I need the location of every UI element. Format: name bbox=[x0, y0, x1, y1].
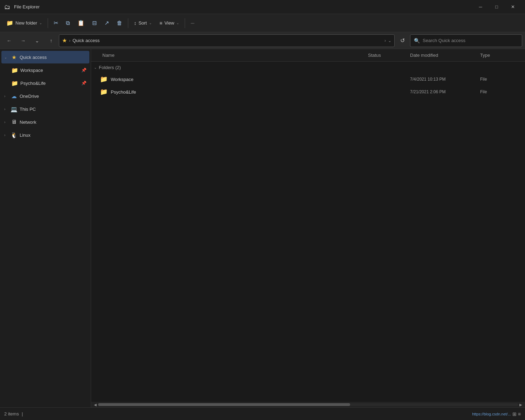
sidebar: ⌄ ★ Quick access 📁 Workspace 📌 📁 Psycho&… bbox=[0, 49, 91, 407]
linux-chevron-icon: › bbox=[4, 133, 8, 137]
sort-label: Sort bbox=[138, 20, 147, 26]
forward-button[interactable]: → bbox=[17, 34, 29, 47]
workspace-file-date: 7/4/2021 10:13 PM bbox=[410, 77, 480, 82]
new-folder-button[interactable]: 📁 New folder ⌄ bbox=[3, 18, 46, 28]
psycho-life-file-name: Psycho&Life bbox=[111, 89, 368, 95]
cut-button[interactable]: ✂ bbox=[50, 18, 62, 28]
toolbar-separator-2 bbox=[128, 18, 128, 28]
this-pc-chevron-icon: › bbox=[4, 107, 8, 111]
quick-access-star-icon: ★ bbox=[11, 54, 18, 61]
onedrive-chevron-icon: › bbox=[4, 94, 8, 98]
column-name[interactable]: Name bbox=[94, 53, 368, 58]
status-bar: 2 items | https://blog.csdn.net/... ⊞ ≡ bbox=[0, 407, 525, 420]
cut-icon: ✂ bbox=[54, 20, 58, 26]
scroll-right-arrow[interactable]: ▶ bbox=[518, 403, 524, 407]
address-separator-1: › bbox=[69, 38, 70, 43]
scroll-left-arrow[interactable]: ◀ bbox=[93, 403, 98, 407]
address-separator-2: › bbox=[384, 38, 386, 43]
status-separator: | bbox=[22, 411, 23, 416]
dropdown-button[interactable]: ⌄ bbox=[31, 34, 43, 47]
main-layout: ⌄ ★ Quick access 📁 Workspace 📌 📁 Psycho&… bbox=[0, 49, 525, 407]
psycho-life-folder-icon: 📁 bbox=[11, 80, 18, 87]
app-icon: 🗂 bbox=[4, 4, 11, 11]
title-bar: 🗂 File Explorer ─ □ ✕ bbox=[0, 0, 525, 14]
close-button[interactable]: ✕ bbox=[505, 0, 521, 14]
workspace-file-type: File bbox=[480, 77, 522, 82]
psycho-life-file-date: 7/21/2021 2:06 PM bbox=[410, 89, 480, 94]
search-icon: 🔍 bbox=[414, 38, 420, 43]
search-bar[interactable]: 🔍 Search Quick access bbox=[410, 34, 522, 47]
column-status[interactable]: Status bbox=[368, 53, 410, 58]
sidebar-label-quick-access: Quick access bbox=[20, 55, 87, 60]
paste-icon: 📋 bbox=[77, 20, 84, 26]
item-count: 2 items bbox=[4, 411, 19, 416]
new-folder-icon: 📁 bbox=[6, 20, 13, 26]
sidebar-item-linux[interactable]: › 🐧 Linux bbox=[1, 129, 89, 141]
file-row-workspace[interactable]: 📁 Workspace 7/4/2021 10:13 PM File bbox=[91, 73, 525, 86]
sort-button[interactable]: ↕ Sort ⌄ bbox=[130, 18, 155, 28]
view-icon: ≡ bbox=[159, 20, 162, 26]
back-icon: ← bbox=[7, 38, 12, 43]
address-bar[interactable]: ★ › Quick access › ⌄ bbox=[59, 34, 395, 47]
workspace-pin-icon: 📌 bbox=[81, 68, 87, 73]
more-icon: ··· bbox=[191, 20, 195, 26]
sidebar-item-workspace[interactable]: 📁 Workspace 📌 bbox=[1, 64, 89, 76]
status-bar-right: https://blog.csdn.net/... ⊞ ≡ bbox=[472, 411, 521, 417]
view-list-icon[interactable]: ≡ bbox=[518, 411, 521, 417]
view-grid-icon[interactable]: ⊞ bbox=[512, 411, 517, 417]
workspace-file-name: Workspace bbox=[111, 77, 368, 82]
workspace-file-icon: 📁 bbox=[100, 75, 108, 83]
sidebar-label-onedrive: OneDrive bbox=[20, 94, 87, 99]
horizontal-scrollbar[interactable]: ◀ ▶ bbox=[91, 402, 525, 407]
network-icon: 🖥 bbox=[11, 119, 18, 125]
share-button[interactable]: ↗ bbox=[101, 18, 112, 28]
copy-icon: ⧉ bbox=[66, 20, 70, 26]
copy-button[interactable]: ⧉ bbox=[62, 18, 73, 28]
share-icon: ↗ bbox=[104, 20, 109, 26]
network-chevron-icon: › bbox=[4, 120, 8, 124]
onedrive-cloud-icon: ☁ bbox=[11, 93, 18, 100]
address-star-icon: ★ bbox=[62, 37, 67, 44]
scroll-track[interactable] bbox=[98, 403, 518, 406]
sidebar-item-psycho-life[interactable]: 📁 Psycho&Life 📌 bbox=[1, 77, 89, 89]
rename-button[interactable]: ⊟ bbox=[89, 18, 100, 28]
column-type[interactable]: Type bbox=[480, 53, 522, 58]
psycho-life-pin-icon: 📌 bbox=[81, 81, 87, 86]
column-date-modified[interactable]: Date modified bbox=[410, 53, 480, 58]
sidebar-item-this-pc[interactable]: › 💻 This PC bbox=[1, 103, 89, 115]
scroll-thumb[interactable] bbox=[98, 403, 350, 406]
navigation-bar: ← → ⌄ ↑ ★ › Quick access › ⌄ ↺ 🔍 Search … bbox=[0, 32, 525, 49]
file-row-psycho-life[interactable]: 📁 Psycho&Life 7/21/2021 2:06 PM File bbox=[91, 86, 525, 98]
refresh-icon: ↺ bbox=[400, 37, 405, 44]
sort-icon: ↕ bbox=[134, 20, 136, 26]
view-button[interactable]: ≡ View ⌄ bbox=[156, 18, 183, 28]
psycho-life-file-type: File bbox=[480, 89, 522, 94]
linux-penguin-icon: 🐧 bbox=[11, 132, 18, 138]
sidebar-label-psycho-life: Psycho&Life bbox=[20, 81, 79, 86]
sidebar-item-onedrive[interactable]: › ☁ OneDrive bbox=[1, 90, 89, 102]
address-chevron-icon[interactable]: ⌄ bbox=[388, 38, 391, 43]
group-header-folders[interactable]: ⌄ Folders (2) bbox=[91, 62, 525, 73]
up-button[interactable]: ↑ bbox=[45, 34, 57, 47]
more-button[interactable]: ··· bbox=[187, 18, 198, 28]
app-title: File Explorer bbox=[14, 4, 472, 9]
status-url: https://blog.csdn.net/... bbox=[472, 412, 511, 416]
new-folder-chevron: ⌄ bbox=[39, 21, 42, 25]
maximize-button[interactable]: □ bbox=[489, 0, 505, 14]
toolbar-separator-3 bbox=[185, 18, 185, 28]
rename-icon: ⊟ bbox=[92, 20, 97, 26]
sidebar-label-network: Network bbox=[20, 120, 87, 125]
delete-icon: 🗑 bbox=[117, 20, 122, 26]
folders-chevron-icon: ⌄ bbox=[94, 66, 97, 69]
sort-chevron: ⌄ bbox=[149, 21, 152, 25]
paste-button[interactable]: 📋 bbox=[74, 18, 88, 28]
minimize-button[interactable]: ─ bbox=[472, 0, 489, 14]
refresh-button[interactable]: ↺ bbox=[396, 34, 409, 47]
content-area: Name Status Date modified Type ⌄ Folders… bbox=[91, 49, 525, 407]
sidebar-item-network[interactable]: › 🖥 Network bbox=[1, 116, 89, 128]
delete-button[interactable]: 🗑 bbox=[113, 18, 126, 28]
back-button[interactable]: ← bbox=[3, 34, 15, 47]
file-list: ⌄ Folders (2) 📁 Workspace 7/4/2021 10:13… bbox=[91, 62, 525, 402]
view-label: View bbox=[164, 20, 174, 26]
sidebar-item-quick-access[interactable]: ⌄ ★ Quick access bbox=[1, 51, 89, 63]
